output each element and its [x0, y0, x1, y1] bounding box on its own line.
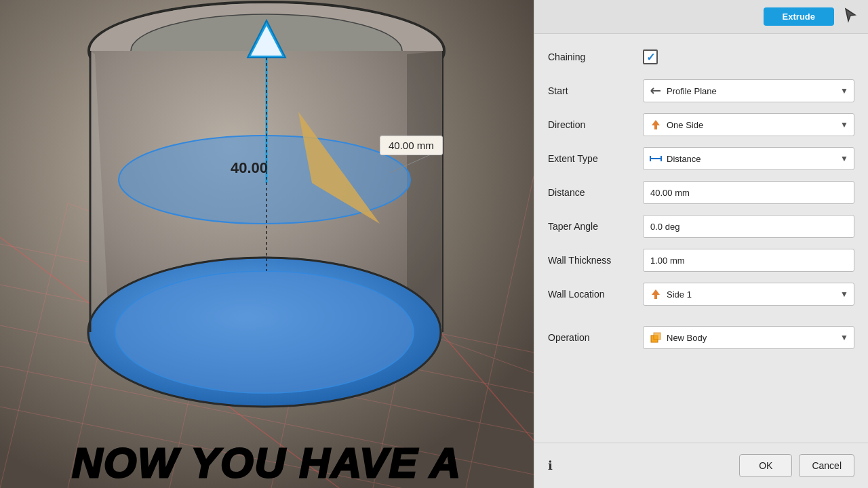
3d-viewport[interactable]: 40.00 40.00 mm NOW YOU HAVE A [0, 0, 534, 488]
profile-plane-icon [649, 84, 663, 98]
svg-marker-41 [652, 289, 660, 299]
wall-thickness-row: Wall Thickness [548, 248, 854, 272]
operation-dropdown-arrow: ▼ [840, 333, 848, 342]
chaining-control [643, 49, 854, 64]
start-control: Profile Plane ▼ [643, 79, 854, 102]
svg-text:40.00: 40.00 [231, 159, 268, 176]
start-dropdown[interactable]: Profile Plane ▼ [643, 79, 854, 102]
ok-button[interactable]: OK [739, 454, 792, 477]
wall-location-value: Side 1 [667, 289, 840, 300]
extent-type-value: Distance [667, 154, 840, 164]
operation-row: Operation New Body ▼ [548, 325, 854, 350]
direction-label: Direction [548, 119, 643, 130]
cursor-button[interactable] [840, 4, 861, 30]
wall-thickness-input[interactable] [643, 249, 854, 272]
extent-type-dropdown[interactable]: Distance ▼ [643, 147, 854, 170]
direction-dropdown-arrow: ▼ [840, 120, 848, 129]
direction-row: Direction One Side ▼ [548, 113, 854, 137]
chaining-row: Chaining [548, 45, 854, 69]
svg-point-21 [115, 271, 414, 393]
wall-location-label: Wall Location [548, 289, 643, 300]
properties-panel: Extrude Chaining Start [534, 0, 868, 488]
extrude-button[interactable]: Extrude [764, 7, 834, 26]
direction-icon [649, 118, 663, 131]
measurement-tooltip: 40.00 mm [380, 136, 443, 155]
wall-location-control: Side 1 ▼ [643, 283, 854, 306]
svg-marker-37 [652, 120, 660, 129]
extent-type-label: Extent Type [548, 153, 643, 164]
distance-label: Distance [548, 187, 643, 198]
start-row: Start Profile Plane ▼ [548, 79, 854, 103]
extent-type-dropdown-arrow: ▼ [840, 154, 848, 163]
start-value: Profile Plane [667, 86, 840, 96]
wall-thickness-control [643, 249, 854, 272]
extent-type-control: Distance ▼ [643, 147, 854, 170]
taper-angle-label: Taper Angle [548, 221, 643, 232]
direction-value: One Side [667, 120, 840, 130]
direction-dropdown[interactable]: One Side ▼ [643, 113, 854, 136]
wall-location-dropdown[interactable]: Side 1 ▼ [643, 283, 854, 306]
operation-dropdown[interactable]: New Body ▼ [643, 326, 854, 349]
operation-control: New Body ▼ [643, 326, 854, 349]
distance-input[interactable] [643, 181, 854, 204]
chaining-checkbox[interactable] [643, 49, 658, 64]
bottom-overlay-text: NOW YOU HAVE A [0, 439, 534, 488]
wall-location-row: Wall Location Side 1 ▼ [548, 282, 854, 306]
panel-header: Extrude [534, 0, 868, 34]
distance-icon [649, 152, 663, 165]
taper-angle-row: Taper Angle [548, 214, 854, 239]
start-dropdown-arrow: ▼ [840, 86, 848, 96]
panel-body: Chaining Start Profile Plane [534, 34, 868, 443]
wall-location-icon [649, 287, 663, 301]
distance-control [643, 181, 854, 204]
operation-label: Operation [548, 332, 643, 343]
start-label: Start [548, 85, 643, 96]
direction-control: One Side ▼ [643, 113, 854, 136]
chaining-label: Chaining [548, 52, 643, 62]
taper-angle-control [643, 215, 854, 238]
wall-location-dropdown-arrow: ▼ [840, 289, 848, 299]
extent-type-row: Extent Type Distance ▼ [548, 146, 854, 171]
svg-rect-43 [654, 333, 660, 340]
distance-row: Distance [548, 180, 854, 205]
info-icon: ℹ [548, 458, 732, 473]
panel-footer: ℹ OK Cancel [534, 443, 868, 488]
taper-angle-input[interactable] [643, 215, 854, 238]
cancel-button[interactable]: Cancel [799, 454, 854, 477]
operation-value: New Body [667, 333, 840, 343]
new-body-icon [649, 331, 663, 344]
wall-thickness-label: Wall Thickness [548, 255, 643, 266]
